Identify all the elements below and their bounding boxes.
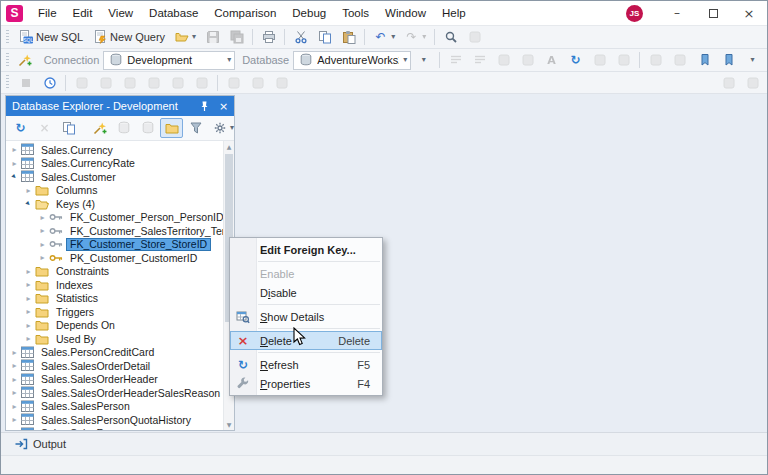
expand-arrow-icon[interactable]: ▸ <box>37 226 48 235</box>
print-button[interactable] <box>257 27 280 47</box>
tree-item-fk-customer-store-storeid[interactable]: ▸FK_Customer_Store_StoreID <box>6 238 223 252</box>
explorer-new-connection-button[interactable] <box>88 118 111 138</box>
bookmarks-window-button[interactable] <box>717 50 740 70</box>
explorer-options-button[interactable]: ▾ <box>208 118 238 138</box>
status-bar <box>1 455 767 474</box>
expand-arrow-icon[interactable]: ▸ <box>37 240 48 249</box>
tree-item-sales-salesreason[interactable]: ▸Sales.SalesReason <box>6 427 223 431</box>
tree-item-label: Sales.SalesOrderDetail <box>37 359 154 372</box>
database-explorer-header[interactable]: Database Explorer - Development × <box>6 96 234 116</box>
collapse-arrow-icon[interactable]: ▸ <box>21 197 35 211</box>
expand-arrow-icon[interactable]: ▸ <box>9 388 20 397</box>
expand-arrow-icon[interactable]: ▸ <box>9 361 20 370</box>
tree-item-sales-currency[interactable]: ▸Sales.Currency <box>6 143 223 157</box>
explorer-refresh-button[interactable]: ↻ <box>9 118 32 138</box>
tree-item-fk-customer-person-personid[interactable]: ▸FK_Customer_Person_PersonID <box>6 211 223 225</box>
expand-arrow-icon[interactable]: ▸ <box>9 402 20 411</box>
toolbar-options-button[interactable]: ▾ <box>741 50 764 70</box>
toolbar-grip[interactable] <box>6 75 9 90</box>
tree-item-sales-salesorderheadersalesreason[interactable]: ▸Sales.SalesOrderHeaderSalesReason <box>6 386 223 400</box>
undo-button[interactable]: ↶▾ <box>369 27 399 47</box>
menu-item-edit[interactable]: Edit <box>65 1 101 25</box>
new-query-button[interactable]: New Query <box>88 27 169 47</box>
pin-icon[interactable] <box>196 98 213 114</box>
scroll-down-icon[interactable]: ▼ <box>224 419 234 430</box>
toolbar-grip[interactable] <box>6 30 9 45</box>
expand-arrow-icon[interactable]: ▸ <box>23 186 34 195</box>
expand-arrow-icon[interactable]: ▸ <box>23 267 34 276</box>
expand-arrow-icon[interactable]: ▸ <box>9 159 20 168</box>
database-list-button[interactable]: ▾ <box>412 50 435 70</box>
database-select[interactable]: AdventureWorks20...▾ <box>293 51 411 70</box>
toolbar-grip[interactable] <box>6 53 9 68</box>
cut-button[interactable] <box>289 27 312 47</box>
expand-arrow-icon[interactable]: ▸ <box>23 334 34 343</box>
expand-arrow-icon[interactable]: ▸ <box>23 294 34 303</box>
tree-item-triggers[interactable]: ▸Triggers <box>6 305 223 319</box>
find-button[interactable] <box>439 27 462 47</box>
toolbar-separator <box>217 75 218 91</box>
copy-button[interactable] <box>313 27 336 47</box>
tree-item-statistics[interactable]: ▸Statistics <box>6 292 223 306</box>
execution-history-button[interactable] <box>38 73 61 93</box>
expand-arrow-icon[interactable]: ▸ <box>37 213 48 222</box>
context-menu-item-show-details[interactable]: Show Details <box>230 307 382 326</box>
open-file-button[interactable]: ▾ <box>170 27 200 47</box>
folder-icon <box>35 319 49 331</box>
tree-item-depends-on[interactable]: ▸Depends On <box>6 319 223 333</box>
tree-item-indexes[interactable]: ▸Indexes <box>6 278 223 292</box>
tree-item-constraints[interactable]: ▸Constraints <box>6 265 223 279</box>
menu-item-help[interactable]: Help <box>434 1 474 25</box>
menu-item-tools[interactable]: Tools <box>334 1 377 25</box>
close-button[interactable]: × <box>731 1 767 25</box>
tree-item-keys-4[interactable]: ▸Keys (4) <box>6 197 223 211</box>
menu-item-database[interactable]: Database <box>141 1 206 25</box>
tree-item-sales-personcreditcard[interactable]: ▸Sales.PersonCreditCard <box>6 346 223 360</box>
tree-item-pk-customer-customerid[interactable]: ▸PK_Customer_CustomerID <box>6 251 223 265</box>
toggle-bookmark-button[interactable] <box>693 50 716 70</box>
expand-arrow-icon[interactable]: ▸ <box>23 280 34 289</box>
new-connection-button[interactable] <box>14 50 37 70</box>
context-menu-item-edit-foreign-key[interactable]: Edit Foreign Key... <box>230 240 382 259</box>
expand-arrow-icon[interactable]: ▸ <box>9 145 20 154</box>
scroll-up-icon[interactable]: ▲ <box>224 141 234 152</box>
menu-item-file[interactable]: File <box>30 1 65 25</box>
explorer-filter-button[interactable] <box>184 118 207 138</box>
menu-item-debug[interactable]: Debug <box>284 1 334 25</box>
maximize-button[interactable] <box>695 1 731 25</box>
collapse-arrow-icon[interactable]: ▸ <box>7 170 21 184</box>
expand-arrow-icon[interactable]: ▸ <box>9 375 20 384</box>
context-menu-item-refresh[interactable]: ↻RefreshF5 <box>230 355 382 374</box>
menu-item-view[interactable]: View <box>100 1 141 25</box>
menu-item-comparison[interactable]: Comparison <box>206 1 284 25</box>
tree-item-sales-salesorderdetail[interactable]: ▸Sales.SalesOrderDetail <box>6 359 223 373</box>
expand-arrow-icon[interactable]: ▸ <box>23 307 34 316</box>
new-sql-button[interactable]: SQLNew SQL <box>14 27 87 47</box>
context-menu-item-disable[interactable]: Disable <box>230 283 382 302</box>
tree-item-sales-salesorderheader[interactable]: ▸Sales.SalesOrderHeader <box>6 373 223 387</box>
expand-arrow-icon[interactable]: ▸ <box>9 429 20 430</box>
context-menu-item-delete[interactable]: ×DeleteDelete <box>230 331 382 350</box>
expand-arrow-icon[interactable]: ▸ <box>9 348 20 357</box>
tree-item-sales-salespersonquotahistory[interactable]: ▸Sales.SalesPersonQuotaHistory <box>6 413 223 427</box>
refresh-document-button[interactable]: ↻ <box>564 50 587 70</box>
expand-arrow-icon[interactable]: ▸ <box>37 253 48 262</box>
minimize-button[interactable]: – <box>659 1 695 25</box>
expand-arrow-icon[interactable]: ▸ <box>9 415 20 424</box>
output-tab[interactable]: Output <box>6 435 73 454</box>
tree-item-used-by[interactable]: ▸Used By <box>6 332 223 346</box>
context-menu-item-properties[interactable]: PropertiesF4 <box>230 374 382 393</box>
connection-select[interactable]: Development▾ <box>103 51 235 70</box>
explorer-group-button[interactable] <box>160 118 183 138</box>
user-avatar[interactable]: JS <box>626 5 643 22</box>
tree-item-sales-salesperson[interactable]: ▸Sales.SalesPerson <box>6 400 223 414</box>
panel-close-icon[interactable]: × <box>215 98 232 114</box>
tree-item-sales-customer[interactable]: ▸Sales.Customer <box>6 170 223 184</box>
tree-item-columns[interactable]: ▸Columns <box>6 184 223 198</box>
tree-item-fk-customer-salesterritory-territoryid[interactable]: ▸FK_Customer_SalesTerritory_TerritoryID <box>6 224 223 238</box>
explorer-duplicate-button[interactable] <box>57 118 80 138</box>
tree-item-sales-currencyrate[interactable]: ▸Sales.CurrencyRate <box>6 157 223 171</box>
expand-arrow-icon[interactable]: ▸ <box>23 321 34 330</box>
paste-button[interactable] <box>337 27 360 47</box>
menu-item-window[interactable]: Window <box>377 1 434 25</box>
